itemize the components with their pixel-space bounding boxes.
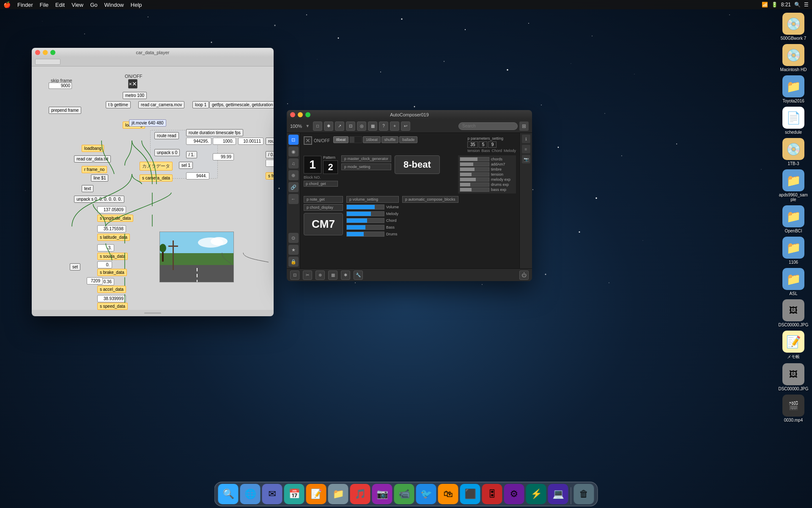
bottom-btn-2[interactable]: ✂ xyxy=(303,271,312,280)
beat-ballade[interactable]: ballade xyxy=(399,136,417,143)
dock-photos[interactable]: 📷 xyxy=(372,484,392,504)
menu-view[interactable]: View xyxy=(71,2,83,8)
menu-go[interactable]: Go xyxy=(90,2,97,8)
minimize-button[interactable] xyxy=(43,50,48,55)
composer-search[interactable] xyxy=(458,122,518,130)
r-frame-no-obj[interactable]: r frame_no xyxy=(82,166,107,173)
sidebar-icon-bottom1[interactable]: ⊙ xyxy=(288,233,299,243)
sidebar-icon-3[interactable]: ♫ xyxy=(288,158,299,168)
dock-music[interactable]: 🎵 xyxy=(350,484,370,504)
num-7209a[interactable]: 7209. xyxy=(266,160,274,167)
menu-window[interactable]: Window xyxy=(104,2,124,8)
dock-mail[interactable]: ✉ xyxy=(262,484,283,504)
s-brake-obj[interactable]: s brake_data xyxy=(97,269,127,276)
toolbar-btn-1[interactable]: □ xyxy=(313,121,322,131)
chord-vol-slider[interactable] xyxy=(346,218,384,223)
div1-obj[interactable]: / 1. xyxy=(186,151,197,158)
route-read-obj[interactable]: route read xyxy=(154,132,179,139)
sidebar-icon-lock[interactable]: 🔒 xyxy=(288,257,299,267)
beat-16[interactable]: 16beat xyxy=(363,136,381,143)
param-num-3[interactable]: 9 xyxy=(488,141,497,148)
read-camera-obj[interactable]: read car_camera.mov xyxy=(138,101,184,108)
prepend-frame-obj[interactable]: prepend frame xyxy=(49,107,81,114)
desktop-icon-dsc2[interactable]: 🖼 DSC00000.JPG xyxy=(778,363,809,391)
close-button[interactable] xyxy=(35,50,40,55)
desktop-icon-0030[interactable]: 🎬 0030.mp4 xyxy=(778,395,809,422)
desktop-icon-1tb[interactable]: 💿 1TB-3 xyxy=(778,138,809,166)
pattern-no-display[interactable]: 2 xyxy=(323,160,338,174)
tension-slider[interactable] xyxy=(460,172,489,177)
num-99-99[interactable]: 99.99 xyxy=(213,153,234,160)
sidebar-icon-5[interactable]: 🔗 xyxy=(288,182,299,192)
desktop-icon-toyota[interactable]: 📁 Toyota2016 xyxy=(778,75,809,103)
composer-min[interactable] xyxy=(298,112,303,117)
desktop-icon-schedule[interactable]: 📄 schedule xyxy=(778,107,809,135)
dock-facetime[interactable]: 📹 xyxy=(394,484,414,504)
text-obj[interactable]: text xyxy=(82,185,93,192)
toolbar-btn-3[interactable]: ↗ xyxy=(335,121,344,131)
num-minus3[interactable]: -3. xyxy=(97,244,114,251)
menu-file[interactable]: File xyxy=(40,2,49,8)
block-no-display[interactable]: 1 xyxy=(304,156,321,174)
p-auto-compose-obj[interactable]: p automatic_compose_blocks xyxy=(402,196,458,203)
num-35[interactable]: 35.175598 xyxy=(97,225,126,232)
num-137[interactable]: 137.05809 xyxy=(97,206,126,213)
bottom-btn-5[interactable]: ✱ xyxy=(341,271,350,280)
num-9000[interactable]: 9000 xyxy=(49,83,72,89)
s-accel-obj[interactable]: s accel_data xyxy=(97,286,126,293)
menu-edit[interactable]: Edit xyxy=(55,2,65,8)
bottom-btn-4[interactable]: ▦ xyxy=(328,271,337,280)
s-speed-obj[interactable]: s speed_data xyxy=(97,303,128,310)
toolbar-btn-2[interactable]: ✱ xyxy=(324,121,333,131)
num-38[interactable]: 38.939999 xyxy=(97,295,126,302)
unpack-s0-obj[interactable]: unpack s 0 xyxy=(154,149,180,156)
apple-menu[interactable]: 🍎 xyxy=(3,1,11,8)
num-7209b[interactable]: 7209 xyxy=(87,277,103,284)
desktop-icon-openbci[interactable]: 📁 OpenBCI xyxy=(778,205,809,233)
drums-vol-slider[interactable] xyxy=(346,232,384,237)
timbre-slider[interactable] xyxy=(460,167,489,171)
toolbar-btn-5[interactable]: ◎ xyxy=(357,121,366,131)
dock-twitter[interactable]: 🐦 xyxy=(416,484,436,504)
composer-max[interactable] xyxy=(305,112,310,117)
toolbar-btn-6[interactable]: ▦ xyxy=(368,121,377,131)
dock-finder[interactable]: 🔍 xyxy=(218,484,239,504)
s-longitude-obj[interactable]: s longitude_data xyxy=(97,215,133,222)
desktop-icon-500gb[interactable]: 💿 500GBwork 7 xyxy=(778,13,809,41)
desktop-icon-asl[interactable]: 📁 ASL xyxy=(778,268,809,296)
dock-trash[interactable]: 🗑 xyxy=(574,484,594,504)
bass-exp-slider[interactable] xyxy=(460,188,489,192)
melody-exp-slider[interactable] xyxy=(460,177,489,182)
loop-obj[interactable]: loop 1 xyxy=(192,101,209,108)
toolbar-btn-7[interactable]: ? xyxy=(379,121,388,131)
beat-8[interactable]: 8beat xyxy=(333,136,349,143)
sidebar-icon-1[interactable]: ⊡ xyxy=(288,135,299,145)
unpack-coords-obj[interactable]: unpack s 0. 0. 0. 0. 0. 0. xyxy=(74,196,124,203)
read-data-obj[interactable]: read car_data.txt xyxy=(74,155,111,163)
s-camera-data-obj[interactable]: s camera_data xyxy=(140,174,173,182)
desktop-icon-1106[interactable]: 📁 1106 xyxy=(778,237,809,265)
s-latitude-obj[interactable]: s latitude_data xyxy=(97,234,130,241)
num-0[interactable]: 0. xyxy=(97,261,112,268)
dock-iterm[interactable]: 💻 xyxy=(548,484,568,504)
num-944295[interactable]: 944295. xyxy=(186,138,211,145)
melody-vol-slider[interactable] xyxy=(346,211,384,216)
beat-shuffle[interactable]: shuffle xyxy=(381,136,398,143)
right-icon-1[interactable]: ℹ xyxy=(522,135,530,143)
composer-grid-btn[interactable]: ⊞ xyxy=(519,121,529,131)
sel1-obj[interactable]: sel 1 xyxy=(179,162,193,169)
composer-toggle[interactable]: ✕ xyxy=(304,136,312,145)
toolbar-btn-9[interactable]: ↩ xyxy=(401,121,410,131)
power-btn[interactable]: ⏻ xyxy=(519,271,529,280)
toolbar-btn-4[interactable]: ⊡ xyxy=(346,121,355,131)
p-chord-display-obj[interactable]: p chord_display xyxy=(304,204,343,211)
p-master-clock-obj[interactable]: p master_clock_generator xyxy=(341,155,391,162)
addam7-slider[interactable] xyxy=(460,162,489,166)
on-off-toggle[interactable]: ✕ xyxy=(128,79,137,88)
p-mode-setting-obj[interactable]: p mode_setting xyxy=(341,163,391,170)
route-duration-obj[interactable]: route duration timescale fps xyxy=(186,129,243,136)
line-obj[interactable]: line $1 xyxy=(91,174,108,182)
dock-calendar[interactable]: 📅 xyxy=(284,484,304,504)
metro-obj[interactable]: metro 100 xyxy=(123,92,147,99)
p-chord-get-obj[interactable]: p chord_get xyxy=(304,181,338,187)
